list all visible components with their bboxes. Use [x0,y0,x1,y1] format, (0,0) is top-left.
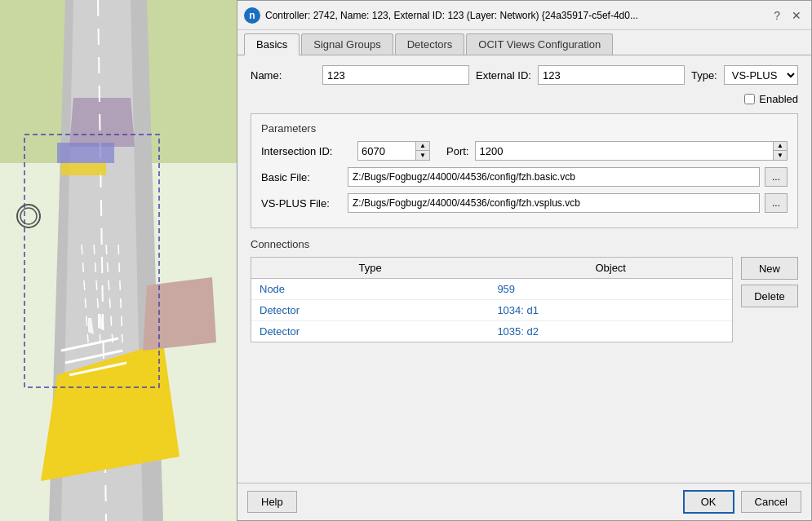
port-label: Port: [446,145,468,157]
tab-signal-groups[interactable]: Signal Groups [301,33,393,55]
extid-input[interactable] [538,65,685,85]
name-label: Name: [251,69,316,82]
tab-bar: Basics Signal Groups Detectors OCIT View… [237,30,811,55]
enabled-checkbox[interactable] [744,94,755,104]
conn-type-cell: Detector [251,300,489,321]
dialog: n Controller: 2742, Name: 123, External … [237,0,812,521]
table-row[interactable]: Detector1035: d2 [251,321,732,342]
intersection-id-spinner[interactable]: ▲ ▼ [357,141,430,161]
svg-rect-8 [61,163,106,175]
svg-marker-13 [143,277,216,351]
vsplus-file-row: VS-PLUS File: ... [261,193,788,213]
tab-detectors[interactable]: Detectors [395,33,465,55]
parameters-section: Parameters Intersection ID: ▲ ▼ Port: ▲ [251,113,798,228]
col-object-header: Object [489,258,732,279]
col-type-header: Type [251,258,489,279]
conn-type-cell: Node [251,279,489,300]
conn-object-cell: 1034: d1 [489,300,732,321]
conn-object-cell: 959 [489,279,732,300]
delete-connection-btn[interactable]: Delete [741,285,798,307]
content-area: Name: External ID: Type: VS-PLUS Enabled… [237,55,811,483]
intersection-label: Intersection ID: [261,145,351,157]
vsplus-file-label: VS-PLUS File: [261,197,343,210]
intersection-id-input[interactable] [358,142,415,160]
vsplus-file-input[interactable] [348,193,760,213]
table-row[interactable]: Detector1034: d1 [251,300,732,321]
type-select[interactable]: VS-PLUS [724,65,798,85]
port-spinner[interactable]: ▲ ▼ [475,141,788,161]
dialog-title: Controller: 2742, Name: 123, External ID… [265,10,765,21]
name-row: Name: External ID: Type: VS-PLUS [251,65,798,85]
ok-button[interactable]: OK [683,490,734,514]
type-label: Type: [691,69,717,82]
connections-body: Type Object Node959Detector1034: d1Detec… [251,257,798,342]
basic-file-label: Basic File: [261,171,343,183]
vsplus-file-browse-btn[interactable]: ... [765,193,788,213]
connections-table-wrapper: Type Object Node959Detector1034: d1Detec… [251,257,733,342]
basic-file-input[interactable] [348,167,760,187]
help-title-button[interactable]: ? [770,7,783,24]
name-input[interactable] [322,65,469,85]
port-up-btn[interactable]: ▲ [774,142,787,151]
intersection-up-btn[interactable]: ▲ [416,142,429,151]
svg-marker-4 [69,98,135,147]
spinner-btns: ▲ ▼ [415,142,429,160]
enabled-row: Enabled [251,93,798,105]
extid-label: External ID: [476,69,531,82]
enabled-label: Enabled [759,93,798,105]
cancel-button[interactable]: Cancel [741,491,801,513]
tab-basics[interactable]: Basics [244,33,300,55]
conn-object-cell: 1035: d2 [489,321,732,342]
svg-rect-7 [57,143,114,163]
title-bar: n Controller: 2742, Name: 123, External … [237,1,811,30]
intersection-row: Intersection ID: ▲ ▼ Port: ▲ ▼ [261,141,788,161]
parameters-header: Parameters [261,122,788,135]
connections-buttons: New Delete [741,257,798,342]
app-icon: n [244,7,260,24]
close-title-button[interactable]: ✕ [788,7,805,24]
tab-ocit-views[interactable]: OCIT Views Configuration [466,33,613,55]
bottom-bar: Help OK Cancel [237,483,811,520]
port-down-btn[interactable]: ▼ [774,151,787,160]
conn-type-cell: Detector [251,321,489,342]
table-row[interactable]: Node959 [251,279,732,300]
basic-file-row: Basic File: ... [261,167,788,187]
intersection-down-btn[interactable]: ▼ [416,151,429,160]
map-area [0,0,237,521]
basic-file-browse-btn[interactable]: ... [765,167,788,187]
port-input[interactable] [476,142,773,160]
connections-header: Connections [251,238,798,250]
connections-section: Connections Type Object Node959Detector1… [251,238,798,342]
port-spinner-btns: ▲ ▼ [773,142,787,160]
help-button[interactable]: Help [247,491,297,513]
connections-table: Type Object Node959Detector1034: d1Detec… [251,258,732,342]
new-connection-btn[interactable]: New [741,257,798,280]
